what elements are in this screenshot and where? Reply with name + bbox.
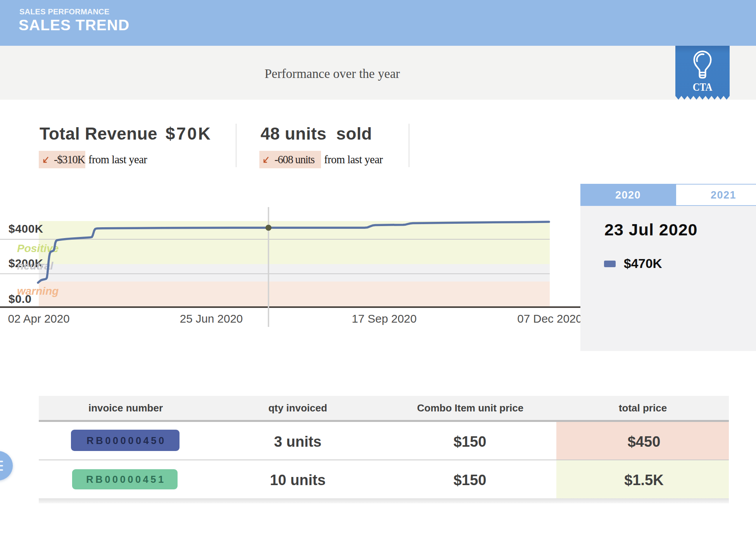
svg-text:CTA: CTA (693, 80, 713, 93)
